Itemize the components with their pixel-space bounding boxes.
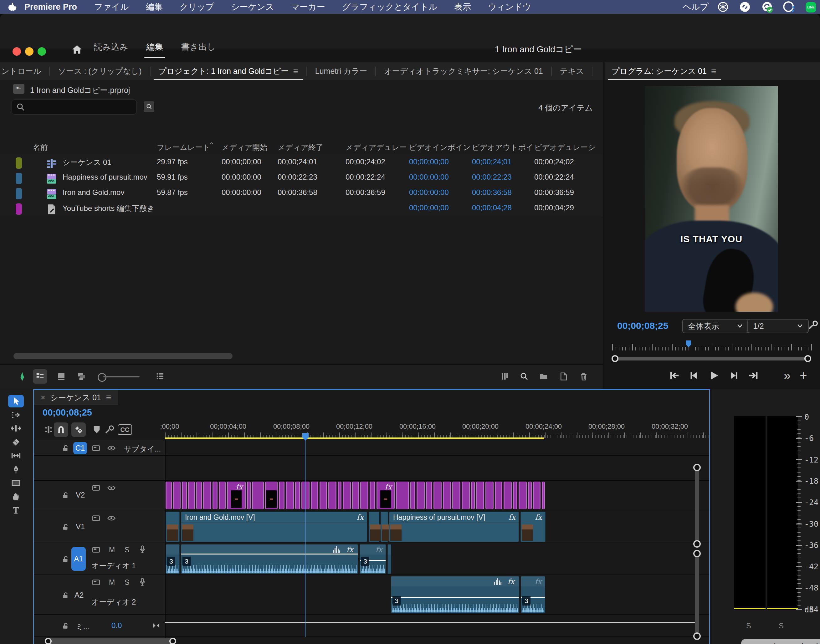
menu-item-7[interactable]: ウィンドウ xyxy=(480,1,540,12)
freeform-view-button[interactable] xyxy=(75,369,89,383)
settings-wrench-button[interactable] xyxy=(808,320,818,330)
menu-item-5[interactable]: グラフィックとタイトル xyxy=(334,1,446,12)
find-button[interactable] xyxy=(517,369,532,383)
row-name[interactable]: YouTube shorts 編集下敷き xyxy=(63,203,155,213)
search-bin-button[interactable] xyxy=(144,101,154,112)
sync-done-icon[interactable] xyxy=(761,1,773,13)
eye-icon[interactable] xyxy=(107,485,116,491)
row-name[interactable]: Iron and Gold.mov xyxy=(63,188,124,197)
meter-solo-right[interactable]: S xyxy=(779,621,784,630)
graphic-clip[interactable] xyxy=(173,481,181,509)
graphic-clip[interactable] xyxy=(471,481,475,509)
button-editor-button[interactable]: » xyxy=(780,368,794,383)
apple-menu[interactable] xyxy=(0,2,20,12)
column-header-6[interactable]: ビデオアウトポイ xyxy=(472,143,533,152)
graphic-clip[interactable] xyxy=(328,481,336,509)
menu-item-2[interactable]: クリップ xyxy=(171,1,223,12)
type-tool[interactable] xyxy=(8,504,24,516)
graphic-clip[interactable] xyxy=(452,481,460,509)
audio-clip[interactable] xyxy=(388,544,391,574)
pen-tool[interactable] xyxy=(8,463,24,475)
menu-item-1[interactable]: 編集 xyxy=(137,1,171,12)
video-clip[interactable]: Iron and Gold.mov [V]fx xyxy=(181,512,367,542)
label-color-chip[interactable] xyxy=(16,188,22,199)
tab-program-monitor[interactable]: プログラム: シーケンス 01≡ xyxy=(605,62,724,80)
table-row[interactable]: シーケンス 0129.97 fps00;00;00;0000;00;24;010… xyxy=(0,154,603,170)
graphic-clip[interactable] xyxy=(352,481,359,509)
column-header-3[interactable]: メディア終了 xyxy=(277,143,323,152)
menu-help[interactable]: ヘルプ xyxy=(674,1,717,12)
video-clip[interactable] xyxy=(380,512,388,542)
icon-view-button[interactable] xyxy=(54,369,69,383)
audio-clip[interactable]: fx3 xyxy=(391,576,519,613)
graphic-clip[interactable] xyxy=(542,481,545,509)
play-button[interactable] xyxy=(707,368,721,383)
hand-tool[interactable] xyxy=(8,491,24,503)
graphic-clip[interactable] xyxy=(311,481,318,509)
tab-audio-track-mixer[interactable]: オーディオトラックミキサー: シーケンス 01 xyxy=(376,62,551,80)
linked-selection-button[interactable] xyxy=(71,422,86,437)
track-output-icon[interactable] xyxy=(92,579,100,586)
audio-tracks-vscrollbar[interactable] xyxy=(695,551,699,639)
openai-icon[interactable] xyxy=(717,1,729,13)
audio-clip[interactable]: fx3 xyxy=(521,576,545,613)
zoom-slider-track[interactable] xyxy=(103,376,139,377)
audio-clip[interactable]: fx3 xyxy=(181,544,358,574)
graphic-clip[interactable] xyxy=(320,481,327,509)
new-bin-button[interactable] xyxy=(536,369,551,383)
eye-icon[interactable] xyxy=(107,445,116,452)
video-clip[interactable]: Happiness of pursuit.mov [V]fx xyxy=(389,512,519,542)
menu-item-0[interactable]: ファイル xyxy=(86,1,137,12)
zoom-level-select[interactable]: 全体表示 xyxy=(682,319,749,333)
add-button[interactable]: + xyxy=(796,368,811,383)
panel-menu-icon[interactable]: ≡ xyxy=(106,393,111,402)
label-color-chip[interactable] xyxy=(16,173,22,184)
graphic-clip[interactable] xyxy=(265,481,277,509)
sort-options-button[interactable] xyxy=(153,369,167,383)
graphic-clip[interactable] xyxy=(396,481,409,509)
graphic-clip[interactable] xyxy=(513,481,517,509)
graphic-clip[interactable] xyxy=(213,481,218,509)
mix-volume-line[interactable] xyxy=(165,623,697,623)
tab-lumetri-color[interactable]: Lumetri カラー xyxy=(307,62,375,80)
row-name[interactable]: Happiness of pursuit.mov xyxy=(63,173,147,181)
timeline-tab[interactable]: × シーケンス 01 ≡ xyxy=(34,390,118,405)
line-icon[interactable]: LINE xyxy=(805,1,817,13)
column-header-4[interactable]: メディアデュレー xyxy=(345,143,407,152)
video-clip[interactable] xyxy=(166,512,180,542)
graphic-clip[interactable] xyxy=(182,481,187,509)
graphic-clip[interactable] xyxy=(295,481,300,509)
tab-source[interactable]: ソース : (クリップなし) xyxy=(50,62,150,80)
track-output-icon[interactable] xyxy=(92,485,100,491)
graphic-clip[interactable] xyxy=(486,481,494,509)
tab-export[interactable]: 書き出し xyxy=(181,41,215,57)
graphic-clip[interactable] xyxy=(504,481,512,509)
label-color-chip[interactable] xyxy=(16,157,22,169)
menu-item-4[interactable]: マーカー xyxy=(283,1,334,12)
volume-line[interactable] xyxy=(181,554,358,555)
snap-toggle-button[interactable] xyxy=(54,422,68,437)
timeline-hscrollbar[interactable] xyxy=(45,638,176,644)
row-name[interactable]: シーケンス 01 xyxy=(63,157,112,167)
track-select-forward-tool[interactable] xyxy=(8,409,24,421)
video-tracks-vscrollbar[interactable] xyxy=(695,465,699,546)
graphic-clip[interactable] xyxy=(196,481,202,509)
delete-trash-button[interactable] xyxy=(576,369,591,383)
timeline-settings-wrench-button[interactable] xyxy=(102,422,116,437)
table-row[interactable]: YouTube shorts 編集下敷き00;00;00;0000;00;04;… xyxy=(0,200,603,216)
shazam-icon[interactable] xyxy=(739,1,751,13)
graphic-clip[interactable] xyxy=(410,481,415,509)
graphic-clip[interactable] xyxy=(343,481,351,509)
graphic-clip[interactable] xyxy=(301,481,310,509)
program-timecode[interactable]: 00;00;08;25 xyxy=(617,320,668,331)
track-output-icon[interactable] xyxy=(92,546,100,553)
panel-menu-icon[interactable]: ≡ xyxy=(293,66,298,77)
razor-tool[interactable] xyxy=(8,436,24,448)
step-forward-button[interactable] xyxy=(727,368,741,383)
close-tab-icon[interactable]: × xyxy=(41,393,45,402)
write-pen-icon[interactable] xyxy=(15,369,29,383)
tab-edit[interactable]: 編集 xyxy=(146,41,163,57)
graphic-clip[interactable] xyxy=(369,481,375,509)
graphic-clip[interactable] xyxy=(166,481,172,509)
graphic-clip[interactable]: fx xyxy=(377,481,395,509)
